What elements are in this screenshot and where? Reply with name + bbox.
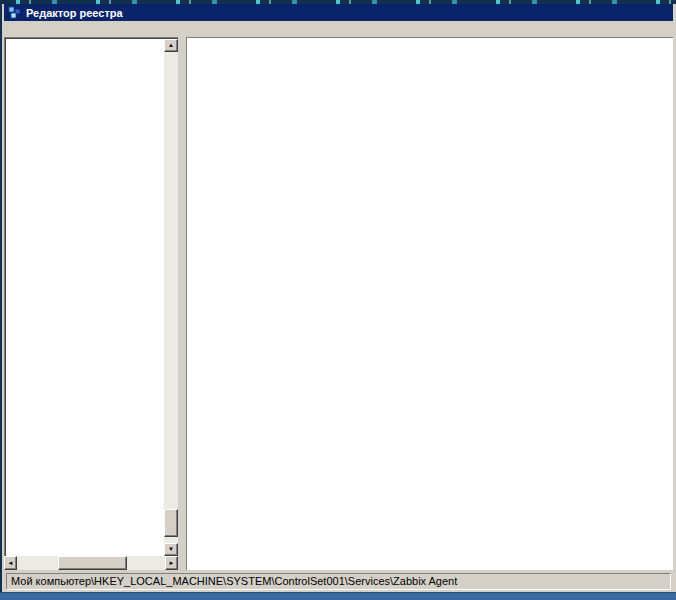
values-header-row (186, 37, 673, 50)
registry-app-icon[interactable] (8, 6, 22, 20)
registry-values-pane (186, 37, 673, 570)
scroll-up-arrow-icon[interactable]: ▲ (164, 39, 178, 52)
tree-vertical-scrollbar[interactable]: ▲ ▼ (164, 39, 178, 556)
scroll-left-arrow-icon[interactable]: ◄ (4, 556, 17, 570)
horizontal-scrollbar-thumb[interactable] (58, 556, 126, 570)
vertical-scrollbar-thumb[interactable] (164, 509, 178, 537)
registry-tree-pane: ▲ ▼ (4, 37, 178, 556)
registry-editor-window: Редактор реестра ▲ ▼ ◄ ► (2, 4, 676, 592)
tree-items (4, 39, 164, 556)
values-list (186, 50, 673, 570)
vertical-scrollbar-track[interactable] (164, 52, 178, 543)
tree-column: ▲ ▼ ◄ ► (4, 37, 178, 570)
status-bar: Мой компьютер\HKEY_LOCAL_MACHINE\SYSTEM\… (4, 570, 673, 592)
scroll-right-arrow-icon[interactable]: ► (165, 556, 178, 570)
pane-splitter[interactable] (178, 37, 186, 570)
horizontal-scrollbar-track[interactable] (17, 556, 165, 570)
desktop-bottom-strip (0, 592, 676, 600)
scroll-down-arrow-icon[interactable]: ▼ (164, 543, 178, 556)
menu-bar (4, 21, 673, 37)
status-path: Мой компьютер\HKEY_LOCAL_MACHINE\SYSTEM\… (6, 573, 671, 590)
window-content: ▲ ▼ ◄ ► (4, 37, 673, 570)
title-bar[interactable]: Редактор реестра (4, 4, 673, 21)
window-title: Редактор реестра (26, 7, 123, 19)
tree-horizontal-scrollbar[interactable]: ◄ ► (4, 556, 178, 570)
